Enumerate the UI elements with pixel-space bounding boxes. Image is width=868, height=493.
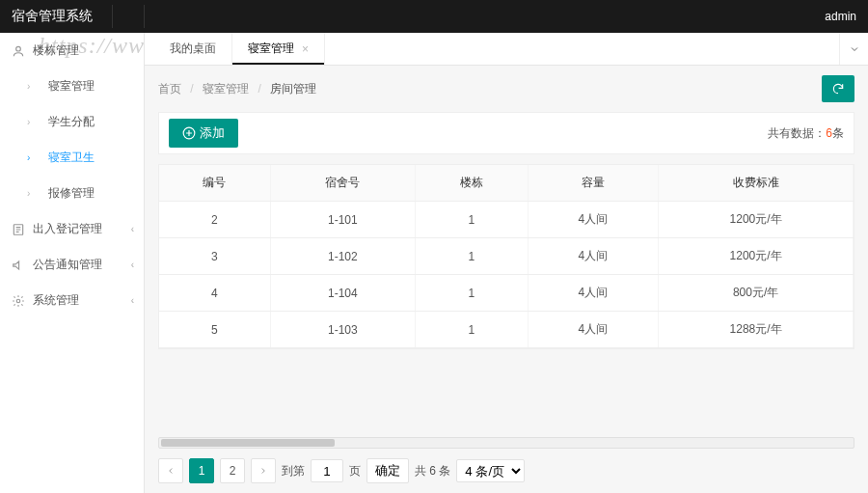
per-page-select[interactable]: 4 条/页 xyxy=(456,459,525,482)
breadcrumb-mid[interactable]: 寝室管理 xyxy=(203,82,249,96)
sidebar: 楼栋管理 › 寝室管理 › 学生分配 › 寝室卫生 › 报修管理 出入登记管理 … xyxy=(0,33,145,493)
svg-point-0 xyxy=(16,46,21,51)
table-cell: 1 xyxy=(416,312,528,348)
table-cell: 5 xyxy=(159,312,270,348)
sidebar-item-hygiene[interactable]: › 寝室卫生 xyxy=(0,140,144,176)
plus-icon xyxy=(182,126,196,140)
tabs-bar: 我的桌面 寝室管理 × xyxy=(145,33,868,66)
horizontal-scrollbar[interactable] xyxy=(158,427,854,449)
add-button-label: 添加 xyxy=(200,124,225,142)
scrollbar-thumb[interactable] xyxy=(161,439,335,447)
user-menu[interactable]: admin xyxy=(825,10,856,23)
goto-label-b: 页 xyxy=(349,463,361,479)
goto-page-input[interactable] xyxy=(311,459,343,482)
chevron-right-icon: › xyxy=(27,152,42,163)
user-name: admin xyxy=(825,10,856,23)
sidebar-item-label: 报修管理 xyxy=(48,185,95,202)
page-1-button[interactable]: 1 xyxy=(189,458,214,483)
sidebar-item-notice[interactable]: 公告通知管理 ‹ xyxy=(0,247,144,283)
chevron-left-icon xyxy=(166,466,176,476)
sidebar-item-dorm[interactable]: › 寝室管理 xyxy=(0,68,144,104)
table-cell: 800元/年 xyxy=(659,275,854,312)
add-button[interactable]: 添加 xyxy=(169,119,238,148)
menu-toggle-button[interactable] xyxy=(112,5,145,28)
main-panel: 我的桌面 寝室管理 × 首页 / 寝室管理 / 房间管理 xyxy=(145,33,868,493)
table-cell: 1-102 xyxy=(270,238,416,275)
goto-label-a: 到第 xyxy=(282,463,305,479)
table-cell: 1-101 xyxy=(270,202,416,238)
table-cell: 4 xyxy=(159,275,270,312)
svg-point-2 xyxy=(16,299,20,303)
sidebar-item-building[interactable]: 楼栋管理 xyxy=(0,33,144,68)
tabs-more-button[interactable] xyxy=(839,33,868,65)
sidebar-item-label: 出入登记管理 xyxy=(33,221,102,237)
table-cell: 1200元/年 xyxy=(659,202,854,238)
table-header-row: 编号 宿舍号 楼栋 容量 收费标准 xyxy=(159,165,854,202)
main-container: 楼栋管理 › 寝室管理 › 学生分配 › 寝室卫生 › 报修管理 出入登记管理 … xyxy=(0,33,868,493)
chevron-right-icon: › xyxy=(27,81,42,92)
top-header: 宿舍管理系统 admin xyxy=(0,0,868,33)
chevron-left-icon: ‹ xyxy=(131,295,134,306)
sidebar-item-label: 公告通知管理 xyxy=(33,257,102,273)
table-row[interactable]: 51-10314人间1288元/年 xyxy=(159,312,854,348)
data-table: 编号 宿舍号 楼栋 容量 收费标准 21-10114人间1200元/年31-10… xyxy=(158,164,854,349)
page-2-button[interactable]: 2 xyxy=(220,458,245,483)
chevron-right-icon: › xyxy=(27,188,42,199)
user-icon xyxy=(12,44,27,58)
table-cell: 1 xyxy=(416,202,528,238)
table-cell: 1200元/年 xyxy=(659,238,854,275)
tab-desktop[interactable]: 我的桌面 xyxy=(154,33,232,65)
refresh-icon xyxy=(831,82,845,96)
sidebar-item-label: 系统管理 xyxy=(33,292,79,309)
breadcrumb-sep: / xyxy=(258,82,260,96)
table-cell: 2 xyxy=(159,202,270,238)
breadcrumb-home[interactable]: 首页 xyxy=(158,82,181,96)
col-id: 编号 xyxy=(159,165,270,202)
app-brand: 宿舍管理系统 xyxy=(12,8,93,25)
sidebar-item-system[interactable]: 系统管理 ‹ xyxy=(0,283,144,318)
breadcrumb-sep: / xyxy=(190,82,193,96)
toolbar: 添加 共有数据：6条 xyxy=(158,112,854,154)
table-cell: 1-104 xyxy=(270,275,416,312)
col-capacity: 容量 xyxy=(528,165,659,202)
goto-confirm-button[interactable]: 确定 xyxy=(366,458,409,483)
refresh-button[interactable] xyxy=(822,75,854,102)
close-icon[interactable]: × xyxy=(302,42,309,56)
col-building: 楼栋 xyxy=(416,165,528,202)
breadcrumb-current: 房间管理 xyxy=(270,82,316,96)
chevron-right-icon xyxy=(258,466,268,476)
tab-label: 我的桌面 xyxy=(170,41,216,57)
tab-dorm-manage[interactable]: 寝室管理 × xyxy=(232,33,325,65)
gear-icon xyxy=(12,294,27,308)
sidebar-item-label: 学生分配 xyxy=(48,114,95,130)
content-area: 首页 / 寝室管理 / 房间管理 添加 共有数据：6条 xyxy=(145,66,868,493)
chevron-down-icon xyxy=(849,43,860,55)
table-row[interactable]: 21-10114人间1200元/年 xyxy=(159,202,854,238)
chevron-left-icon: ‹ xyxy=(131,224,134,234)
next-page-button[interactable] xyxy=(251,458,276,483)
table-cell: 1 xyxy=(416,238,528,275)
total-count: 共 6 条 xyxy=(415,463,450,479)
sidebar-item-assign[interactable]: › 学生分配 xyxy=(0,104,144,140)
table-cell: 1 xyxy=(416,275,528,312)
pagination: 1 2 到第 页 确定 共 6 条 4 条/页 xyxy=(158,458,854,483)
breadcrumb-row: 首页 / 寝室管理 / 房间管理 xyxy=(158,75,854,102)
table-cell: 4人间 xyxy=(528,202,659,238)
sidebar-item-repair[interactable]: › 报修管理 xyxy=(0,176,144,211)
table-cell: 1-103 xyxy=(270,312,416,348)
prev-page-button[interactable] xyxy=(158,458,183,483)
table-row[interactable]: 31-10214人间1200元/年 xyxy=(159,238,854,275)
tab-label: 寝室管理 xyxy=(248,41,294,57)
table-cell: 4人间 xyxy=(528,275,659,312)
table-cell: 3 xyxy=(159,238,270,275)
record-count: 共有数据：6条 xyxy=(768,125,844,142)
chevron-right-icon: › xyxy=(27,117,42,127)
table-row[interactable]: 41-10414人间800元/年 xyxy=(159,275,854,312)
table-cell: 1288元/年 xyxy=(659,312,854,348)
sidebar-item-checkin[interactable]: 出入登记管理 ‹ xyxy=(0,211,144,247)
sidebar-item-label: 楼栋管理 xyxy=(33,42,79,59)
table-cell: 4人间 xyxy=(528,238,659,275)
count-value: 6 xyxy=(826,126,832,140)
scrollbar-track xyxy=(158,437,854,449)
speaker-icon xyxy=(12,259,27,272)
